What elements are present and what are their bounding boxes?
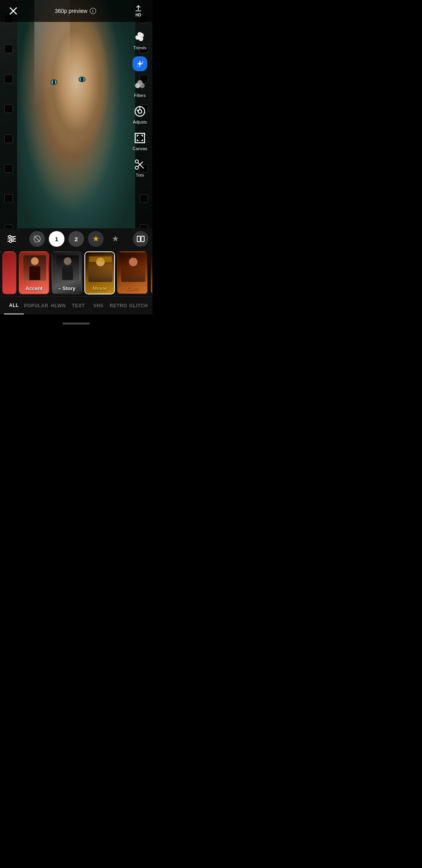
film-hole: [4, 164, 13, 173]
favorite2-indicator[interactable]: ★: [107, 231, 123, 247]
cat-eye-right: [79, 77, 86, 82]
filter-cards-row: Accent – Story Movie: [0, 249, 152, 296]
info-icon[interactable]: i: [90, 8, 96, 14]
tab-retro[interactable]: RETRO: [108, 297, 128, 314]
filter-card-movie[interactable]: Movie: [84, 251, 115, 294]
upload-icon: [134, 5, 142, 13]
story-card-label: – Story: [52, 285, 81, 291]
filters-icon: [132, 77, 147, 92]
compare-button[interactable]: [133, 231, 148, 247]
trim-label: Trim: [136, 173, 144, 178]
svg-rect-10: [135, 133, 145, 143]
trim-icon-svg: [134, 159, 146, 170]
svg-rect-24: [141, 236, 144, 242]
close-icon: [9, 6, 18, 16]
svg-line-22: [34, 236, 40, 242]
trends-label: Trends: [133, 45, 147, 50]
film-hole: [4, 194, 13, 203]
film-hole: [4, 45, 13, 53]
adjusts-icon-svg: [133, 105, 147, 118]
tab-vhs[interactable]: VHS: [88, 297, 108, 314]
filter-card-golden[interactable]: Golden Hour: [150, 251, 152, 294]
canvas-icon-svg: [134, 132, 146, 144]
tab-text[interactable]: TEXT: [68, 297, 88, 314]
star1-icon: ★: [93, 235, 99, 243]
golden-card-label: Golden Hour: [151, 287, 152, 291]
home-indicator-bar: [0, 317, 152, 330]
indicator-row: 1 2 ★ ★: [0, 228, 152, 249]
preview-label: 360p preview i: [55, 8, 96, 14]
svg-rect-23: [137, 236, 140, 242]
svg-point-18: [9, 235, 11, 238]
trim-tool[interactable]: Trim: [129, 155, 151, 180]
no-filter-button[interactable]: [29, 231, 45, 247]
right-tools: Trends Filters: [129, 27, 151, 252]
compare-icon: [136, 235, 145, 243]
film-hole: [4, 75, 13, 83]
no-filter-icon: [33, 235, 41, 243]
cat-image: [17, 0, 135, 247]
favorite1-indicator[interactable]: ★: [88, 231, 104, 247]
star2-icon: ★: [112, 235, 118, 243]
filter-card-0[interactable]: [2, 251, 16, 294]
canvas-icon: [132, 131, 147, 145]
hd-button[interactable]: HD: [131, 3, 146, 19]
page2-label: 2: [75, 236, 78, 242]
filter-card-card[interactable]: Card: [117, 251, 148, 294]
film-hole: [4, 135, 13, 143]
top-bar: 360p preview i HD: [0, 0, 152, 22]
page1-indicator[interactable]: 1: [49, 231, 64, 247]
magic-tool[interactable]: [129, 54, 151, 74]
movie-card-label: Movie: [85, 285, 114, 291]
page1-label: 1: [55, 236, 58, 242]
sliders-icon: [7, 234, 17, 244]
svg-point-19: [12, 238, 14, 240]
svg-point-2: [137, 36, 139, 39]
adjusts-label: Adjusts: [133, 120, 147, 124]
trends-icon: [132, 30, 147, 45]
trends-icon-svg: [133, 30, 147, 44]
close-button[interactable]: [6, 4, 20, 18]
filters-label: Filters: [134, 93, 146, 98]
svg-line-14: [138, 162, 143, 167]
film-hole: [4, 104, 13, 113]
trim-icon: [132, 157, 147, 172]
trends-tool[interactable]: Trends: [129, 27, 151, 52]
accent-card-label: Accent: [20, 285, 48, 291]
filter-card-accent[interactable]: Accent: [19, 251, 49, 294]
cat-eye-left: [50, 79, 57, 85]
tab-hlwn[interactable]: HLWN: [48, 297, 68, 314]
light-leak: [34, 0, 70, 149]
preview-text: 360p preview: [55, 8, 87, 14]
adjusts-tool[interactable]: Adjusts: [129, 102, 151, 127]
tab-glitch[interactable]: GLITCH: [129, 297, 148, 314]
canvas-label: Canvas: [132, 146, 147, 151]
bottom-panel: 1 2 ★ ★: [0, 228, 152, 330]
home-pill: [63, 323, 90, 325]
magic-icon-svg: [134, 58, 145, 69]
filters-icon-svg: [133, 78, 147, 91]
page2-indicator[interactable]: 2: [68, 231, 84, 247]
card-card-label: Card: [118, 285, 147, 291]
adjusts-icon: [132, 104, 147, 119]
film-strip-left: [0, 0, 17, 247]
tab-all[interactable]: ALL: [4, 297, 24, 314]
tab-popular[interactable]: POPULAR: [24, 297, 48, 314]
adjust-sliders-button[interactable]: [4, 231, 20, 247]
filter-card-story[interactable]: – Story: [52, 251, 82, 294]
category-tabs: ALL POPULAR HLWN TEXT VHS RETRO GLITCH: [0, 296, 152, 314]
filters-tool[interactable]: Filters: [129, 75, 151, 100]
magic-icon: [132, 56, 147, 71]
canvas-tool[interactable]: Canvas: [129, 128, 151, 153]
hd-label: HD: [136, 13, 141, 17]
svg-point-5: [137, 80, 142, 85]
svg-point-20: [9, 240, 12, 242]
